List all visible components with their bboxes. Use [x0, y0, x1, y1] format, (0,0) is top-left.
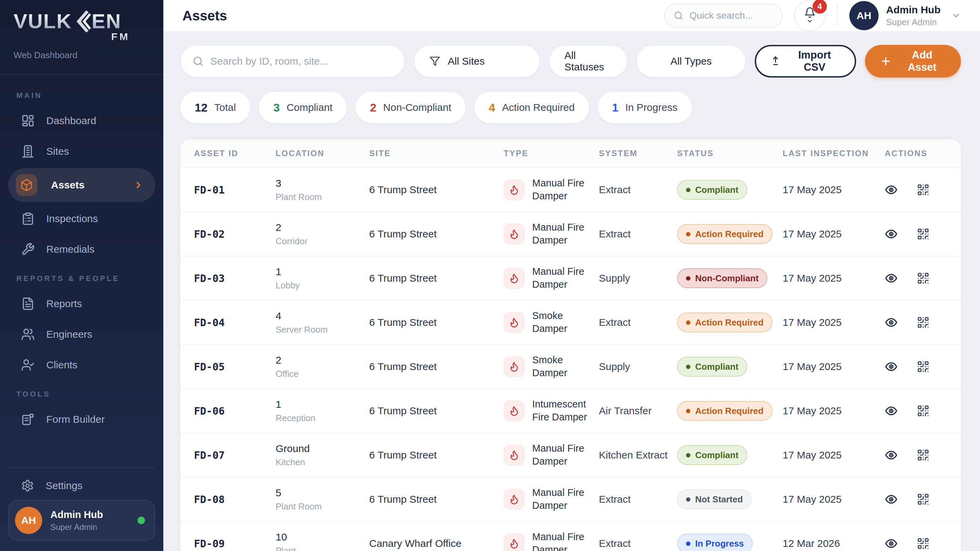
qr-code-icon[interactable] [917, 404, 930, 417]
sidebar-item-assets[interactable]: Assets [8, 168, 155, 202]
column-header-location: Location [275, 149, 369, 158]
location-cell: 3 Plant Room [275, 178, 369, 202]
location-room: Office [275, 369, 369, 379]
table-header-row: Asset ID Location Site Type System Statu… [180, 140, 961, 168]
fire-icon-chip [504, 179, 525, 200]
fire-icon-chip [504, 312, 525, 333]
column-header-asset-id: Asset ID [194, 149, 275, 158]
qr-code-icon[interactable] [917, 183, 930, 196]
sidebar-item-form-builder[interactable]: Form Builder [0, 404, 163, 435]
add-asset-button[interactable]: Add Asset [865, 45, 961, 78]
status-cell: Action Required [677, 224, 783, 244]
view-eye-icon[interactable] [885, 449, 898, 462]
quick-search [664, 4, 783, 27]
sidebar-item-label: Remedials [46, 243, 95, 255]
table-row: FD-07 Ground Kitchen 6 Trump Street Manu… [180, 433, 961, 478]
actions-cell [885, 360, 948, 373]
view-eye-icon[interactable] [885, 316, 898, 329]
quick-search-input[interactable] [689, 10, 773, 21]
package-icon [20, 179, 33, 192]
asset-search-input[interactable] [210, 56, 393, 67]
sidebar-item-label: Clients [46, 359, 78, 371]
status-badge: Compliant [677, 445, 747, 465]
sidebar-item-label: Settings [46, 480, 82, 491]
content: All Sites All Statuses All Types Import … [163, 32, 980, 551]
status-filter-value: All Statuses [565, 50, 612, 73]
view-eye-icon[interactable] [885, 227, 898, 240]
sidebar-item-settings[interactable]: Settings [8, 472, 155, 500]
status-filter-dropdown[interactable]: All Statuses [549, 45, 627, 78]
qr-code-icon[interactable] [917, 493, 930, 506]
last-inspection-cell: 12 Mar 2026 [783, 538, 885, 549]
sidebar-item-reports[interactable]: Reports [0, 288, 163, 319]
site-cell: 6 Trump Street [369, 184, 504, 195]
sidebar-profile-card[interactable]: AH Admin Hub Super Admin [8, 500, 155, 541]
view-eye-icon[interactable] [885, 493, 898, 506]
qr-code-icon[interactable] [917, 449, 930, 462]
import-csv-label: Import CSV [788, 49, 841, 73]
location-floor: 1 [275, 266, 369, 278]
dashboard-icon [21, 114, 35, 127]
status-dot [686, 276, 690, 281]
qr-code-icon[interactable] [917, 227, 930, 240]
view-eye-icon[interactable] [885, 272, 898, 285]
view-eye-icon[interactable] [885, 404, 898, 417]
type-label: Manual Fire Damper [532, 442, 599, 468]
site-filter-dropdown[interactable]: All Sites [414, 45, 540, 78]
status-badge: Compliant [677, 357, 747, 376]
status-cell: Non-Compliant [677, 268, 783, 288]
last-inspection-cell: 17 May 2025 [783, 361, 885, 372]
flame-icon [509, 405, 520, 416]
status-dot [686, 409, 690, 413]
actions-cell [885, 316, 948, 329]
qr-code-icon[interactable] [917, 537, 930, 550]
location-room: Plant Room [275, 501, 369, 512]
view-eye-icon[interactable] [885, 183, 898, 196]
last-inspection-cell: 17 May 2025 [783, 184, 885, 195]
import-csv-button[interactable]: Import CSV [755, 45, 856, 78]
qr-code-icon[interactable] [917, 360, 930, 373]
sidebar-item-inspections[interactable]: Inspections [0, 203, 163, 234]
location-room: Reception [275, 413, 369, 424]
qr-code-icon[interactable] [917, 316, 930, 329]
stat-chip[interactable]: 3 Compliant [259, 92, 347, 123]
type-filter-dropdown[interactable]: All Types [636, 45, 746, 78]
sidebar-item-sites[interactable]: Sites [0, 136, 163, 167]
sidebar-item-clients[interactable]: Clients [0, 349, 163, 380]
status-badge: Not Started [677, 489, 752, 509]
location-cell: 2 Corridor [275, 222, 369, 246]
asset-id-cell: FD-01 [194, 184, 275, 196]
sidebar-item-dashboard[interactable]: Dashboard [0, 105, 163, 136]
brand-name-tail: EN [92, 10, 121, 33]
profile-menu[interactable]: AH Admin Hub Super Admin [850, 1, 961, 30]
status-badge: Compliant [677, 180, 747, 200]
type-cell: Manual Fire Damper [504, 221, 599, 246]
system-cell: Supply [599, 272, 677, 284]
stat-chip[interactable]: 1 In Progress [598, 92, 692, 123]
notifications-button[interactable]: 4 [794, 0, 826, 31]
stat-label: Non-Compliant [383, 102, 451, 113]
stat-value: 1 [612, 101, 619, 114]
form-builder-icon [21, 413, 35, 426]
stat-chip[interactable]: 4 Action Required [474, 92, 589, 123]
column-header-status: Status [677, 149, 783, 158]
status-dot [686, 453, 690, 457]
qr-code-icon[interactable] [917, 272, 930, 285]
stat-chip[interactable]: 2 Non-Compliant [356, 92, 466, 123]
view-eye-icon[interactable] [885, 360, 898, 373]
type-cell: Manual Fire Damper [504, 530, 599, 551]
site-filter-value: All Sites [448, 56, 485, 67]
location-floor: 2 [275, 354, 369, 366]
sidebar-item-label: Form Builder [46, 414, 105, 425]
asset-id-cell: FD-02 [194, 228, 275, 240]
stat-chip[interactable]: 12 Total [180, 92, 250, 123]
page-title: Assets [182, 8, 227, 24]
last-inspection-cell: 17 May 2025 [783, 272, 885, 284]
flame-icon [509, 229, 520, 240]
wrench-icon [21, 243, 35, 256]
last-inspection-cell: 17 May 2025 [783, 494, 885, 505]
sidebar-item-engineers[interactable]: Engineers [0, 319, 163, 349]
sidebar-item-remedials[interactable]: Remedials [0, 234, 163, 265]
status-cell: In Progress [677, 534, 783, 551]
view-eye-icon[interactable] [885, 537, 898, 550]
